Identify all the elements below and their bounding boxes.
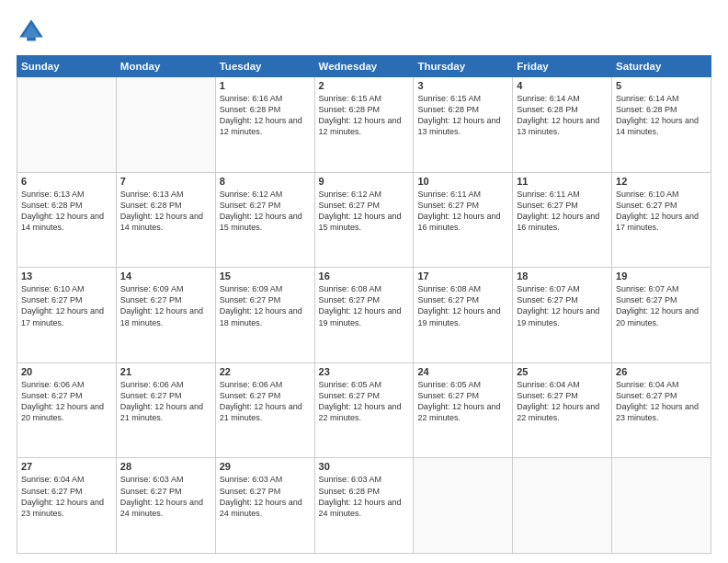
day-number: 14: [120, 270, 211, 282]
day-cell: 11Sunrise: 6:11 AM Sunset: 6:27 PM Dayli…: [513, 172, 612, 268]
day-number: 21: [120, 366, 211, 377]
day-cell: 21Sunrise: 6:06 AM Sunset: 6:27 PM Dayli…: [116, 362, 215, 458]
day-number: 4: [517, 80, 608, 91]
day-number: 13: [21, 270, 112, 282]
week-row-3: 13Sunrise: 6:10 AM Sunset: 6:27 PM Dayli…: [17, 268, 711, 363]
day-number: 3: [417, 80, 508, 91]
day-number: 16: [319, 270, 410, 282]
day-info: Sunrise: 6:07 AM Sunset: 6:27 PM Dayligh…: [616, 283, 707, 328]
day-number: 20: [21, 366, 112, 377]
day-number: 7: [120, 176, 211, 187]
day-info: Sunrise: 6:11 AM Sunset: 6:27 PM Dayligh…: [517, 189, 608, 234]
weekday-header-tuesday: Tuesday: [215, 56, 314, 77]
day-cell: 25Sunrise: 6:04 AM Sunset: 6:27 PM Dayli…: [513, 362, 612, 458]
day-number: 25: [517, 366, 608, 377]
day-info: Sunrise: 6:12 AM Sunset: 6:27 PM Dayligh…: [319, 189, 410, 234]
day-cell: 8Sunrise: 6:12 AM Sunset: 6:27 PM Daylig…: [215, 172, 314, 268]
day-number: 12: [616, 176, 707, 187]
week-row-4: 20Sunrise: 6:06 AM Sunset: 6:27 PM Dayli…: [17, 362, 711, 458]
day-cell: 24Sunrise: 6:05 AM Sunset: 6:27 PM Dayli…: [414, 362, 513, 458]
day-info: Sunrise: 6:15 AM Sunset: 6:28 PM Dayligh…: [319, 93, 410, 138]
day-cell: 10Sunrise: 6:11 AM Sunset: 6:27 PM Dayli…: [414, 172, 513, 268]
day-number: 2: [319, 80, 410, 91]
day-cell: 19Sunrise: 6:07 AM Sunset: 6:27 PM Dayli…: [612, 268, 711, 363]
header: [17, 17, 711, 46]
day-cell: 27Sunrise: 6:04 AM Sunset: 6:27 PM Dayli…: [17, 458, 117, 554]
day-cell: 23Sunrise: 6:05 AM Sunset: 6:27 PM Dayli…: [314, 362, 414, 458]
day-cell: 17Sunrise: 6:08 AM Sunset: 6:27 PM Dayli…: [414, 268, 513, 363]
day-number: 19: [616, 270, 707, 282]
day-cell: 28Sunrise: 6:03 AM Sunset: 6:27 PM Dayli…: [116, 458, 215, 554]
day-info: Sunrise: 6:14 AM Sunset: 6:28 PM Dayligh…: [616, 93, 707, 138]
day-info: Sunrise: 6:06 AM Sunset: 6:27 PM Dayligh…: [120, 379, 211, 424]
day-cell: 4Sunrise: 6:14 AM Sunset: 6:28 PM Daylig…: [513, 77, 612, 173]
day-cell: 22Sunrise: 6:06 AM Sunset: 6:27 PM Dayli…: [215, 362, 314, 458]
day-number: 15: [220, 270, 311, 282]
day-info: Sunrise: 6:04 AM Sunset: 6:27 PM Dayligh…: [616, 379, 707, 424]
day-cell: 15Sunrise: 6:09 AM Sunset: 6:27 PM Dayli…: [215, 268, 314, 363]
day-info: Sunrise: 6:08 AM Sunset: 6:27 PM Dayligh…: [319, 283, 410, 328]
day-number: 22: [220, 366, 311, 377]
day-cell: [513, 458, 612, 554]
day-number: 17: [417, 270, 508, 282]
weekday-header-wednesday: Wednesday: [314, 56, 414, 77]
day-cell: 3Sunrise: 6:15 AM Sunset: 6:28 PM Daylig…: [414, 77, 513, 173]
day-number: 23: [319, 366, 410, 377]
day-cell: 30Sunrise: 6:03 AM Sunset: 6:28 PM Dayli…: [314, 458, 414, 554]
day-info: Sunrise: 6:16 AM Sunset: 6:28 PM Dayligh…: [220, 93, 311, 138]
calendar: SundayMondayTuesdayWednesdayThursdayFrid…: [17, 55, 711, 554]
logo: [17, 17, 50, 46]
day-info: Sunrise: 6:04 AM Sunset: 6:27 PM Dayligh…: [21, 474, 112, 519]
weekday-header-friday: Friday: [513, 56, 612, 77]
day-number: 28: [120, 461, 211, 472]
weekday-header-row: SundayMondayTuesdayWednesdayThursdayFrid…: [17, 56, 711, 77]
day-number: 8: [220, 176, 311, 187]
day-info: Sunrise: 6:11 AM Sunset: 6:27 PM Dayligh…: [417, 189, 508, 234]
day-info: Sunrise: 6:04 AM Sunset: 6:27 PM Dayligh…: [517, 379, 608, 424]
day-info: Sunrise: 6:15 AM Sunset: 6:28 PM Dayligh…: [417, 93, 508, 138]
day-cell: 2Sunrise: 6:15 AM Sunset: 6:28 PM Daylig…: [314, 77, 414, 173]
day-cell: 26Sunrise: 6:04 AM Sunset: 6:27 PM Dayli…: [612, 362, 711, 458]
day-number: 27: [21, 461, 112, 472]
day-info: Sunrise: 6:06 AM Sunset: 6:27 PM Dayligh…: [220, 379, 311, 424]
day-info: Sunrise: 6:10 AM Sunset: 6:27 PM Dayligh…: [616, 189, 707, 234]
svg-rect-2: [27, 37, 36, 40]
day-cell: 16Sunrise: 6:08 AM Sunset: 6:27 PM Dayli…: [314, 268, 414, 363]
day-cell: 18Sunrise: 6:07 AM Sunset: 6:27 PM Dayli…: [513, 268, 612, 363]
day-info: Sunrise: 6:13 AM Sunset: 6:28 PM Dayligh…: [21, 189, 112, 234]
day-cell: 6Sunrise: 6:13 AM Sunset: 6:28 PM Daylig…: [17, 172, 117, 268]
day-cell: 20Sunrise: 6:06 AM Sunset: 6:27 PM Dayli…: [17, 362, 117, 458]
day-cell: 12Sunrise: 6:10 AM Sunset: 6:27 PM Dayli…: [612, 172, 711, 268]
day-number: 5: [616, 80, 707, 91]
day-number: 30: [319, 461, 410, 472]
day-info: Sunrise: 6:05 AM Sunset: 6:27 PM Dayligh…: [417, 379, 508, 424]
day-cell: [116, 77, 215, 173]
day-number: 10: [417, 176, 508, 187]
day-info: Sunrise: 6:03 AM Sunset: 6:27 PM Dayligh…: [220, 474, 311, 519]
day-info: Sunrise: 6:07 AM Sunset: 6:27 PM Dayligh…: [517, 283, 608, 328]
week-row-2: 6Sunrise: 6:13 AM Sunset: 6:28 PM Daylig…: [17, 172, 711, 268]
day-number: 6: [21, 176, 112, 187]
day-number: 9: [319, 176, 410, 187]
day-cell: [17, 77, 117, 173]
day-info: Sunrise: 6:13 AM Sunset: 6:28 PM Dayligh…: [120, 189, 211, 234]
day-cell: [414, 458, 513, 554]
day-number: 18: [517, 270, 608, 282]
day-number: 26: [616, 366, 707, 377]
weekday-header-thursday: Thursday: [414, 56, 513, 77]
day-info: Sunrise: 6:05 AM Sunset: 6:27 PM Dayligh…: [319, 379, 410, 424]
day-info: Sunrise: 6:03 AM Sunset: 6:28 PM Dayligh…: [319, 474, 410, 519]
day-info: Sunrise: 6:12 AM Sunset: 6:27 PM Dayligh…: [220, 189, 311, 234]
day-number: 1: [220, 80, 311, 91]
day-info: Sunrise: 6:08 AM Sunset: 6:27 PM Dayligh…: [417, 283, 508, 328]
weekday-header-saturday: Saturday: [612, 56, 711, 77]
day-info: Sunrise: 6:10 AM Sunset: 6:27 PM Dayligh…: [21, 283, 112, 328]
day-info: Sunrise: 6:03 AM Sunset: 6:27 PM Dayligh…: [120, 474, 211, 519]
day-info: Sunrise: 6:09 AM Sunset: 6:27 PM Dayligh…: [120, 283, 211, 328]
day-number: 11: [517, 176, 608, 187]
day-cell: [612, 458, 711, 554]
day-cell: 9Sunrise: 6:12 AM Sunset: 6:27 PM Daylig…: [314, 172, 414, 268]
page: SundayMondayTuesdayWednesdayThursdayFrid…: [0, 0, 728, 563]
day-cell: 5Sunrise: 6:14 AM Sunset: 6:28 PM Daylig…: [612, 77, 711, 173]
day-cell: 14Sunrise: 6:09 AM Sunset: 6:27 PM Dayli…: [116, 268, 215, 363]
